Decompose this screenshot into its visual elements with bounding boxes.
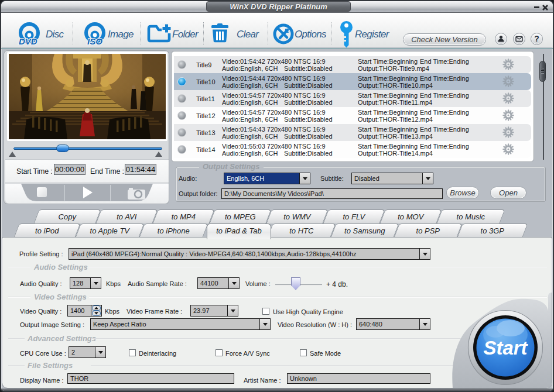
svg-text:ISO: ISO bbox=[87, 36, 102, 46]
svg-text:DVD: DVD bbox=[19, 36, 37, 46]
svg-text:Start: Start bbox=[483, 337, 528, 359]
